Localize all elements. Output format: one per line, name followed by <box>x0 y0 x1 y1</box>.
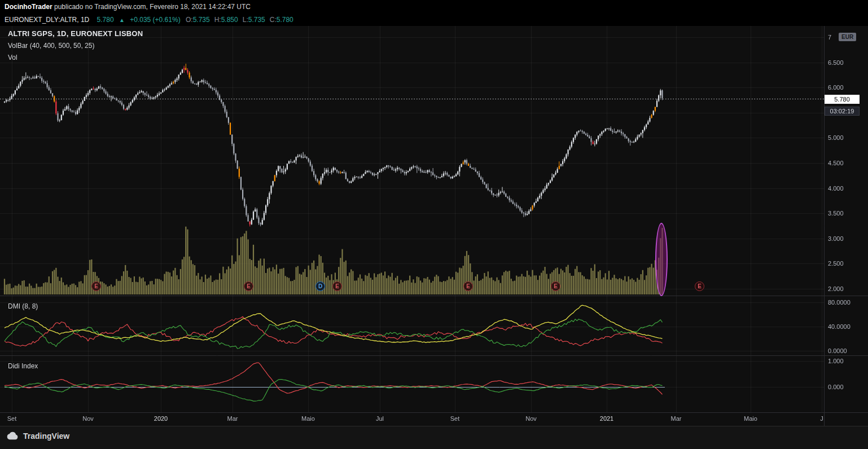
ohlc-o: O:5.735 <box>186 16 210 24</box>
price-scale-label: 5.000 <box>828 134 844 141</box>
cloud-logo-icon <box>6 432 19 441</box>
tradingview-logo[interactable]: TradingView <box>6 432 69 441</box>
time-scale-label: Mar <box>227 415 238 422</box>
price-scale-label: 2.000 <box>828 285 844 292</box>
didi-scale-label: 1.000 <box>828 358 844 364</box>
highlight-ellipse-annotation[interactable] <box>655 223 668 296</box>
time-scale-label: Set <box>7 415 17 422</box>
time-scale-label: Set <box>450 415 460 422</box>
chart-title[interactable]: ALTRI SGPS, 1D, EURONEXT LISBON <box>8 29 143 38</box>
last-price-value: 5.780 <box>97 16 114 24</box>
price-scale-label: 2.500 <box>828 260 844 267</box>
ohlc-c: C:5.780 <box>270 16 293 24</box>
price-scale-label: 6.500 <box>828 59 844 66</box>
earnings-marker[interactable]: E <box>695 281 704 291</box>
dmi-scale-label: 40.0000 <box>828 323 851 330</box>
didi-pane-legend[interactable]: Didi Index <box>8 362 38 370</box>
time-scale-label: Nov <box>525 415 537 422</box>
up-arrow-icon: ▲ <box>119 17 125 23</box>
price-chart-canvas[interactable] <box>0 0 868 449</box>
bottom-bar: TradingView <box>0 426 868 449</box>
bar-countdown-timer: 03:02:19 <box>825 107 860 116</box>
dmi-scale-label: 0.0000 <box>828 347 847 354</box>
price-scale-label: 3.500 <box>828 210 844 217</box>
tradingview-logo-text: TradingView <box>23 432 69 441</box>
last-price-axis-label: 5.780 <box>825 95 860 104</box>
currency-badge: EUR <box>839 33 856 41</box>
price-scale-label: 6.000 <box>828 84 844 91</box>
price-scale-label: 7 <box>828 34 831 41</box>
dividend-marker[interactable]: D <box>315 281 325 291</box>
symbol-name[interactable]: EURONEXT_DLY:ALTR, 1D <box>5 16 89 24</box>
dmi-scale-label: 80.0000 <box>828 299 851 306</box>
earnings-marker[interactable]: E <box>463 281 473 291</box>
time-scale-label: 2020 <box>154 415 168 422</box>
time-scale-label: 2021 <box>600 415 613 422</box>
time-scale-label: Nov <box>82 415 94 422</box>
price-scale-label: 4.000 <box>828 185 844 192</box>
price-scale-label: 4.500 <box>828 160 844 166</box>
attribution-text: publicado no TradingView.com, Fevereiro … <box>52 3 251 11</box>
time-scale-label: Mar <box>671 415 682 422</box>
symbol-info-bar: EURONEXT_DLY:ALTR, 1D 5.780 ▲ +0.035 (+0… <box>0 14 868 26</box>
tradingview-published-chart: DocinhoTrader publicado no TradingView.c… <box>0 0 868 449</box>
ohlc-l: L:5.735 <box>243 16 265 24</box>
time-scale-label: J <box>820 415 823 422</box>
earnings-marker[interactable]: E <box>332 281 342 291</box>
earnings-marker[interactable]: E <box>551 281 560 291</box>
attribution-bar: DocinhoTrader publicado no TradingView.c… <box>0 0 868 14</box>
ohlc-h: H:5.850 <box>214 16 238 24</box>
didi-scale-label: 0.000 <box>828 384 844 390</box>
time-scale-label: Maio <box>301 415 315 422</box>
main-pane-legend: ALTRI SGPS, 1D, EURONEXT LISBON VolBar (… <box>8 29 143 61</box>
author-name[interactable]: DocinhoTrader <box>5 3 52 11</box>
vol-indicator-label[interactable]: Vol <box>8 54 143 61</box>
price-change: +0.035 (+0.61%) <box>130 16 180 24</box>
earnings-marker[interactable]: E <box>244 281 253 291</box>
ohlc-values: O:5.735H:5.850L:5.735C:5.780 <box>186 16 298 24</box>
dmi-pane-legend[interactable]: DMI (8, 8) <box>8 302 38 310</box>
price-scale-label: 3.000 <box>828 235 844 242</box>
volbar-indicator-label[interactable]: VolBar (40, 400, 500, 50, 25) <box>8 42 143 50</box>
earnings-marker[interactable]: E <box>91 281 101 291</box>
time-scale-label: Maio <box>744 415 757 422</box>
time-scale-label: Jul <box>376 415 384 422</box>
